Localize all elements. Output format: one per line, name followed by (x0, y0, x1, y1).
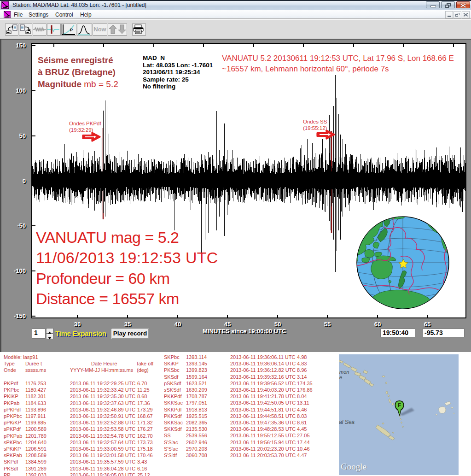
svg-text:e: e (339, 375, 342, 380)
svg-text:al Sea: al Sea (339, 419, 355, 425)
svg-text:P: P (70, 28, 73, 32)
svg-text:Google: Google (341, 462, 366, 471)
svg-text:F: F (398, 402, 401, 408)
svg-text:mon: mon (339, 369, 349, 375)
